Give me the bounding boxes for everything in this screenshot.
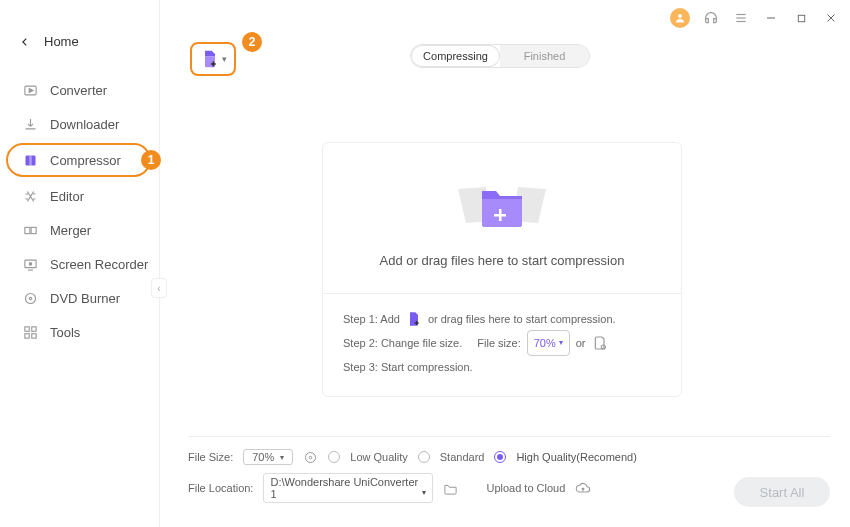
step2-percent-select[interactable]: 70%▾ xyxy=(527,330,570,356)
sidebar-item-dvd-burner[interactable]: DVD Burner xyxy=(0,281,159,315)
sidebar-item-screen-recorder[interactable]: Screen Recorder xyxy=(0,247,159,281)
step2-or: or xyxy=(576,332,586,354)
drop-card: Add or drag files here to start compress… xyxy=(322,142,682,397)
svg-rect-21 xyxy=(31,333,35,337)
svg-marker-9 xyxy=(29,88,33,92)
chevron-down-icon: ▾ xyxy=(422,488,426,497)
upload-cloud-label: Upload to Cloud xyxy=(486,482,565,494)
step1-text-b: or drag files here to start compression. xyxy=(428,308,616,330)
quality-radio-high[interactable] xyxy=(494,451,506,463)
svg-rect-18 xyxy=(24,326,28,330)
svg-rect-13 xyxy=(31,227,36,233)
quality-low-label: Low Quality xyxy=(350,451,407,463)
dvd-burner-icon xyxy=(22,290,38,306)
step3-text: Step 3: Start compression. xyxy=(343,356,473,378)
folder-add-icon xyxy=(452,169,552,239)
status-tabs: Compressing Finished xyxy=(410,44,590,68)
editor-icon xyxy=(22,188,38,204)
file-settings-icon[interactable] xyxy=(592,335,608,351)
tools-icon xyxy=(22,324,38,340)
settings-icon[interactable] xyxy=(303,450,318,465)
merger-icon xyxy=(22,222,38,238)
quality-standard-label: Standard xyxy=(440,451,485,463)
chevron-down-icon: ▾ xyxy=(280,453,284,462)
home-label: Home xyxy=(44,34,79,49)
sidebar-item-merger[interactable]: Merger xyxy=(0,213,159,247)
sidebar: Home Converter Downloader Compressor 1 E… xyxy=(0,0,160,527)
sidebar-item-label: Tools xyxy=(50,325,80,340)
sidebar-item-label: Screen Recorder xyxy=(50,257,148,272)
svg-rect-19 xyxy=(31,326,35,330)
quality-radio-standard[interactable] xyxy=(418,451,430,463)
bottom-bar: File Size: 70%▾ Low Quality Standard Hig… xyxy=(188,436,830,511)
sidebar-item-label: Converter xyxy=(50,83,107,98)
start-all-button[interactable]: Start All xyxy=(734,477,830,507)
step1-text-a: Step 1: Add xyxy=(343,308,400,330)
home-button[interactable]: Home xyxy=(0,28,159,67)
sidebar-item-converter[interactable]: Converter xyxy=(0,73,159,107)
drop-zone[interactable]: Add or drag files here to start compress… xyxy=(323,143,681,293)
annotation-badge-2: 2 xyxy=(242,32,262,52)
svg-point-28 xyxy=(310,456,313,459)
quality-radio-low[interactable] xyxy=(328,451,340,463)
svg-point-15 xyxy=(29,262,32,265)
cloud-upload-icon[interactable] xyxy=(575,480,591,496)
step2-text: Step 2: Change file size. xyxy=(343,332,462,354)
sidebar-item-editor[interactable]: Editor xyxy=(0,179,159,213)
svg-rect-25 xyxy=(494,214,506,217)
add-file-icon xyxy=(200,49,220,69)
svg-point-16 xyxy=(25,293,35,303)
svg-point-17 xyxy=(29,297,32,300)
sidebar-item-compressor[interactable]: Compressor 1 xyxy=(6,143,151,177)
open-folder-icon[interactable] xyxy=(443,481,458,496)
location-input[interactable]: D:\Wondershare UniConverter 1 ▾ xyxy=(263,473,433,503)
svg-rect-20 xyxy=(24,333,28,337)
drop-zone-text: Add or drag files here to start compress… xyxy=(380,253,625,268)
chevron-left-icon xyxy=(20,37,30,47)
tab-finished[interactable]: Finished xyxy=(500,45,589,67)
add-file-button[interactable]: ▾ 2 xyxy=(190,42,236,76)
sidebar-item-downloader[interactable]: Downloader xyxy=(0,107,159,141)
location-label: File Location: xyxy=(188,482,253,494)
chevron-down-icon: ▾ xyxy=(559,335,563,351)
sidebar-item-label: DVD Burner xyxy=(50,291,120,306)
step2-filesize-label: File size: xyxy=(477,332,520,354)
sidebar-item-tools[interactable]: Tools xyxy=(0,315,159,349)
quality-high-label: High Quality(Recomend) xyxy=(516,451,636,463)
sidebar-item-label: Merger xyxy=(50,223,91,238)
svg-rect-11 xyxy=(29,155,32,165)
compressor-icon xyxy=(22,152,38,168)
sidebar-item-label: Editor xyxy=(50,189,84,204)
sidebar-item-label: Compressor xyxy=(50,153,121,168)
annotation-badge-1: 1 xyxy=(141,150,161,170)
screen-recorder-icon xyxy=(22,256,38,272)
add-file-icon xyxy=(406,311,422,327)
sidebar-item-label: Downloader xyxy=(50,117,119,132)
svg-rect-12 xyxy=(24,227,29,233)
filesize-select[interactable]: 70%▾ xyxy=(243,449,293,465)
svg-point-27 xyxy=(306,452,316,462)
tab-compressing[interactable]: Compressing xyxy=(411,45,500,67)
chevron-down-icon: ▾ xyxy=(222,54,227,64)
filesize-label: File Size: xyxy=(188,451,233,463)
steps-panel: Step 1: Add or drag files here to start … xyxy=(323,293,681,396)
converter-icon xyxy=(22,82,38,98)
downloader-icon xyxy=(22,116,38,132)
main-panel: ▾ 2 Compressing Finished Add or drag fil… xyxy=(160,0,850,527)
